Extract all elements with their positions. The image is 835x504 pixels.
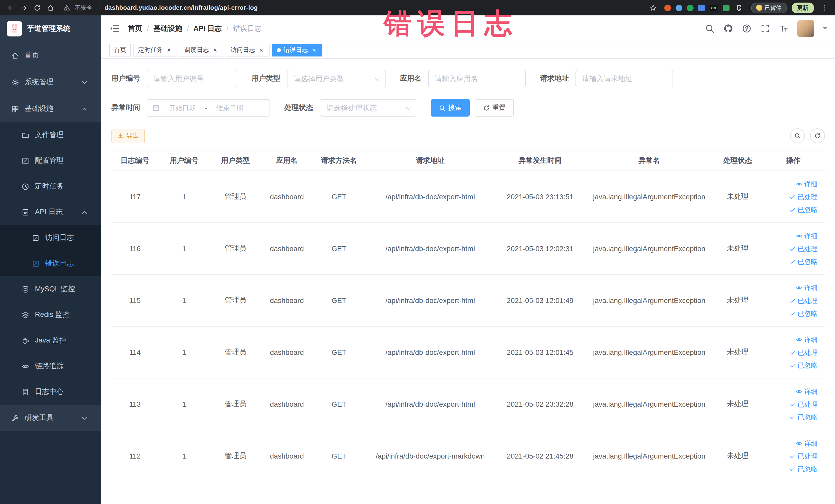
reset-button[interactable]: 重置 — [475, 99, 514, 117]
tab-home[interactable]: 首页 — [109, 44, 131, 57]
tab-close-icon[interactable]: × — [165, 46, 172, 54]
tab-error-log[interactable]: 错误日志× — [272, 44, 322, 57]
action-ignored-link[interactable]: 已忽略 — [764, 255, 817, 268]
user-type-select[interactable] — [287, 70, 386, 87]
sidebar-item-scheduled-tasks[interactable]: 定时任务 — [0, 174, 101, 199]
action-ignored-link[interactable]: 已忽略 — [764, 307, 817, 320]
tab-close-icon[interactable]: × — [258, 46, 265, 54]
grid-extension-icon[interactable] — [698, 4, 705, 11]
reload-icon[interactable] — [31, 2, 43, 14]
action-processed-link[interactable]: 已处理 — [764, 242, 817, 255]
date-range-picker[interactable]: - — [147, 99, 270, 117]
action-label: 已忽略 — [797, 410, 817, 423]
cell-url: /api/infra/db-doc/export-html — [365, 326, 495, 378]
on-badge[interactable]: on — [709, 5, 718, 11]
sidebar-item-config-management[interactable]: 配置管理 — [0, 148, 101, 174]
table-row: 1151管理员dashboardGET/api/infra/db-doc/exp… — [111, 275, 825, 326]
action-label: 详细 — [804, 229, 817, 242]
action-processed-link[interactable]: 已处理 — [764, 346, 817, 359]
column-header-4: 请求方法名 — [313, 150, 366, 171]
breadcrumb-item-1[interactable]: 基础设施 — [154, 24, 182, 33]
tab-close-icon[interactable]: × — [211, 46, 219, 54]
paused-extension-chip[interactable]: 已暂停 — [751, 2, 787, 13]
start-date-input[interactable] — [162, 103, 203, 112]
sidebar-item-infrastructure[interactable]: 基础设施 — [0, 96, 101, 122]
sidebar-item-home[interactable]: 首页 — [0, 42, 101, 69]
address-bar[interactable]: 不安全 dashboard.yudao.iocoder.cn/infra/log… — [61, 2, 643, 14]
record-extension-icon[interactable] — [664, 4, 671, 11]
action-ignored-link[interactable]: 已忽略 — [764, 462, 817, 475]
action-detail-link[interactable]: 详细 — [764, 385, 817, 398]
sidebar-item-file-management[interactable]: 文件管理 — [0, 122, 101, 148]
cell-status: 未处理 — [713, 223, 762, 275]
tab-schedule-log[interactable]: 调度日志× — [180, 44, 223, 57]
search-button[interactable]: 搜索 — [431, 99, 470, 117]
sidebar-item-label: 首页 — [25, 51, 94, 60]
user-id-input[interactable] — [147, 70, 237, 87]
logo[interactable]: 芋道管理系统 — [0, 15, 101, 42]
action-processed-link[interactable]: 已处理 — [764, 398, 817, 410]
sidebar-item-java-monitor[interactable]: Java 监控 — [0, 328, 101, 353]
browser-home-icon[interactable] — [44, 2, 57, 14]
sidebar-item-redis-monitor[interactable]: Redis 监控 — [0, 302, 101, 328]
cell-method: GET — [313, 171, 366, 223]
check-icon — [789, 245, 795, 252]
help-icon[interactable] — [741, 24, 751, 33]
cell-id: 117 — [111, 171, 158, 223]
breadcrumb-item-0[interactable]: 首页 — [128, 24, 142, 33]
leaf-extension-icon[interactable] — [722, 4, 729, 11]
export-button[interactable]: 导出 — [111, 129, 145, 143]
sidebar-item-link-tracing[interactable]: 链路追踪 — [0, 353, 101, 379]
action-detail-link[interactable]: 详细 — [764, 177, 817, 190]
action-ignored-link[interactable]: 已忽略 — [764, 203, 817, 216]
forward-icon[interactable] — [18, 2, 30, 14]
action-processed-link[interactable]: 已处理 — [764, 449, 817, 462]
calendar-icon — [152, 104, 160, 112]
water-drop-extension-icon[interactable] — [675, 4, 682, 11]
column-header-8: 处理状态 — [713, 150, 762, 171]
caret-down-icon[interactable] — [823, 27, 827, 30]
sidebar-item-access-log[interactable]: 访问日志 — [0, 225, 101, 250]
action-detail-link[interactable]: 详细 — [764, 333, 817, 346]
action-detail-link[interactable]: 详细 — [764, 437, 817, 449]
sidebar-item-log-center[interactable]: 日志中心 — [0, 379, 101, 405]
search-toggle-button[interactable] — [790, 128, 805, 143]
sidebar-item-error-log[interactable]: 错误日志 — [0, 250, 101, 276]
tab-close-icon[interactable]: × — [311, 46, 318, 54]
github-icon[interactable] — [723, 24, 733, 33]
puzzle-extensions-icon[interactable] — [734, 2, 746, 14]
action-ignored-link[interactable]: 已忽略 — [764, 359, 817, 371]
app-name-input[interactable] — [428, 70, 526, 87]
sidebar-item-dev-tools[interactable]: 研发工具 — [0, 405, 101, 431]
tab-access-log[interactable]: 访问日志× — [226, 44, 269, 57]
log-table-body: 1171管理员dashboardGET/api/infra/db-doc/exp… — [111, 171, 825, 482]
action-detail-link[interactable]: 详细 — [764, 229, 817, 242]
search-button-label: 搜索 — [448, 103, 462, 113]
cell-id: 114 — [111, 326, 158, 378]
bookmark-star-icon[interactable] — [647, 2, 659, 14]
font-size-icon[interactable] — [778, 24, 788, 33]
breadcrumb-item-2[interactable]: API 日志 — [194, 24, 222, 33]
sidebar-item-mysql-monitor[interactable]: MySQL 监控 — [0, 276, 101, 302]
kebab-menu-icon[interactable] — [819, 2, 831, 14]
process-status-select[interactable] — [320, 99, 416, 117]
update-button[interactable]: 更新 — [791, 2, 814, 13]
back-icon[interactable] — [4, 2, 16, 14]
check-circle-extension-icon[interactable] — [687, 4, 693, 11]
action-processed-link[interactable]: 已处理 — [764, 294, 817, 307]
avatar[interactable] — [797, 20, 814, 37]
sidebar-item-api-log[interactable]: API 日志 — [0, 199, 101, 225]
fullscreen-icon[interactable] — [760, 24, 770, 33]
column-header-9: 操作 — [762, 150, 825, 171]
tab-timed-task[interactable]: 定时任务× — [134, 44, 177, 57]
action-ignored-link[interactable]: 已忽略 — [764, 410, 817, 423]
refresh-button[interactable] — [810, 128, 825, 143]
table-row: 1131管理员dashboardGET/api/infra/db-doc/exp… — [111, 378, 825, 430]
request-url-input[interactable] — [575, 70, 673, 87]
sidebar-fold-icon[interactable] — [109, 23, 120, 34]
action-processed-link[interactable]: 已处理 — [764, 190, 817, 203]
search-icon[interactable] — [705, 24, 714, 33]
end-date-input[interactable] — [209, 103, 250, 112]
action-detail-link[interactable]: 详细 — [764, 281, 817, 294]
sidebar-item-system-management[interactable]: 系统管理 — [0, 69, 101, 96]
